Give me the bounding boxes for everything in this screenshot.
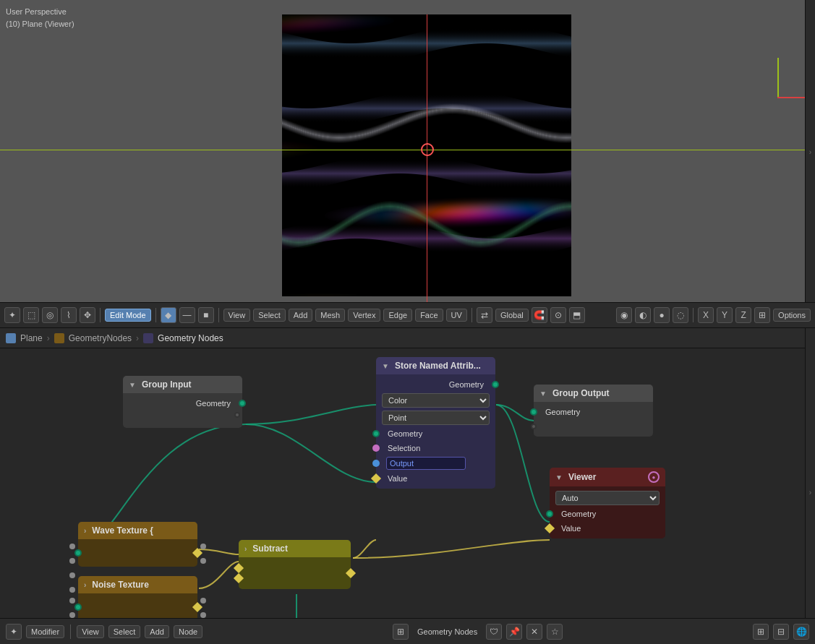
node-viewer: ▼ Viewer ● Auto Geometry bbox=[550, 468, 665, 538]
node-group-output: ▼ Group Output Geometry bbox=[534, 385, 653, 437]
noise-arrow[interactable]: › bbox=[84, 581, 86, 589]
breadcrumb-geometry-nodes[interactable]: Geometry Nodes bbox=[158, 333, 223, 343]
transform-icon[interactable]: ⇄ bbox=[477, 307, 492, 323]
proportional-icon[interactable]: ⊙ bbox=[550, 307, 566, 323]
global-dropdown[interactable]: Global bbox=[495, 309, 529, 322]
store-collapse-arrow[interactable]: ▼ bbox=[382, 362, 389, 370]
subtract-input1-socket[interactable] bbox=[234, 563, 244, 573]
grid-icon[interactable]: ⊞ bbox=[754, 307, 770, 323]
viewport-shading-1[interactable]: ◉ bbox=[616, 307, 632, 323]
wave-scroll-dot-right-1 bbox=[200, 544, 206, 549]
subtract-arrow[interactable]: › bbox=[244, 545, 247, 553]
store-named-point-select[interactable]: Point bbox=[382, 411, 490, 425]
mesh-menu[interactable]: Mesh bbox=[315, 309, 345, 322]
options-btn[interactable]: Options bbox=[773, 309, 811, 322]
noise-scroll-dot-right-2 bbox=[200, 612, 206, 618]
overlay-icon[interactable]: ⬒ bbox=[569, 307, 585, 323]
bottom-snap-icon[interactable]: ⊞ bbox=[753, 624, 769, 640]
store-named-selection-label: Selection bbox=[382, 444, 420, 452]
bottom-layout-icon[interactable]: ⊟ bbox=[773, 624, 789, 640]
viewport-shading-3[interactable]: ● bbox=[654, 307, 670, 323]
bottom-globe-icon[interactable]: 🌐 bbox=[793, 624, 809, 640]
view-menu[interactable]: View bbox=[223, 309, 251, 322]
bottom-bar: ✦ Modifier View Select Add Node ⊞ Geomet… bbox=[0, 618, 815, 644]
viewer-auto-row: Auto bbox=[550, 489, 665, 507]
wave-arrow[interactable]: › bbox=[84, 527, 86, 535]
node-group-output-title: Group Output bbox=[552, 388, 610, 398]
store-named-geo-out-row: Geometry bbox=[376, 377, 495, 392]
viewport: User Perspective (10) Plane (Viewer) › bbox=[0, 0, 815, 304]
vertex-select-btn[interactable]: ◆ bbox=[161, 307, 176, 323]
bottom-view-btn[interactable]: View bbox=[77, 625, 104, 638]
group-output-empty-row bbox=[534, 419, 653, 434]
viewer-geometry-socket[interactable] bbox=[546, 510, 553, 518]
vertex-menu[interactable]: Vertex bbox=[348, 309, 380, 322]
breadcrumb-plane[interactable]: Plane bbox=[20, 333, 43, 343]
wave-output-socket[interactable] bbox=[192, 548, 202, 558]
edge-select-btn[interactable]: — bbox=[179, 307, 195, 323]
group-output-geometry-in-socket[interactable] bbox=[530, 408, 537, 416]
group-input-geometry-socket[interactable] bbox=[239, 400, 246, 407]
bottom-tool-icon[interactable]: ✦ bbox=[6, 624, 22, 640]
store-named-color-select[interactable]: Color bbox=[382, 393, 490, 408]
z-axis-btn[interactable]: Z bbox=[735, 307, 751, 323]
y-axis-btn[interactable]: Y bbox=[717, 307, 733, 323]
bottom-editor-icon[interactable]: ⊞ bbox=[393, 624, 409, 640]
group-input-geometry-row: Geometry bbox=[123, 396, 242, 411]
viewer-value-row: Value bbox=[550, 521, 665, 536]
shield-icon[interactable]: 🛡 bbox=[486, 624, 502, 640]
wave-geometry-socket[interactable] bbox=[74, 549, 82, 557]
select-menu[interactable]: Select bbox=[253, 309, 286, 322]
bottom-select-btn[interactable]: Select bbox=[108, 625, 141, 638]
noise-geometry-socket[interactable] bbox=[74, 604, 82, 611]
tool-lasso-button[interactable]: ⌇ bbox=[61, 307, 77, 323]
snap-magnet-icon[interactable]: 🧲 bbox=[532, 307, 547, 323]
group-output-geometry-label: Geometry bbox=[539, 408, 580, 416]
store-named-geometry-out-socket[interactable] bbox=[492, 381, 499, 388]
edge-menu[interactable]: Edge bbox=[383, 309, 412, 322]
node-subtract-title: Subtract bbox=[252, 544, 288, 554]
toolbar-separator-4 bbox=[471, 308, 472, 322]
face-select-btn[interactable]: ■ bbox=[198, 307, 214, 323]
store-named-value-socket[interactable] bbox=[371, 473, 381, 484]
viewport-shading-2[interactable]: ◐ bbox=[635, 307, 651, 323]
tool-circle-button[interactable]: ◎ bbox=[42, 307, 58, 323]
geometry-nodes-label: Geometry Nodes bbox=[413, 626, 482, 637]
subtract-output-socket[interactable] bbox=[346, 568, 356, 578]
breadcrumb-geonodes[interactable]: GeometryNodes bbox=[69, 333, 132, 343]
node-canvas: ▼ Group Input Geometry ▼ Store Named Att… bbox=[0, 348, 805, 618]
node-subtract: › Subtract bbox=[239, 540, 351, 589]
tool-box-button[interactable]: ⬚ bbox=[23, 307, 39, 323]
face-menu[interactable]: Face bbox=[415, 309, 443, 322]
toolbar-separator-3 bbox=[218, 308, 219, 322]
star-icon[interactable]: ☆ bbox=[547, 624, 563, 640]
modifier-dropdown[interactable]: Modifier bbox=[26, 625, 64, 638]
editor-collapse-button[interactable]: › bbox=[805, 328, 815, 618]
tool-select-button[interactable]: ✦ bbox=[4, 307, 20, 323]
store-named-geometry-in-socket[interactable] bbox=[372, 430, 380, 437]
viewport-collapse-button[interactable]: › bbox=[805, 0, 815, 304]
geonodes2-icon bbox=[143, 333, 153, 343]
store-named-output-socket[interactable] bbox=[372, 460, 380, 467]
viewer-arrow[interactable]: ▼ bbox=[555, 473, 563, 481]
edit-mode-dropdown[interactable]: Edit Mode bbox=[105, 309, 151, 322]
tool-move-button[interactable]: ✥ bbox=[80, 307, 95, 323]
store-named-output-input[interactable] bbox=[386, 457, 466, 470]
uv-menu[interactable]: UV bbox=[446, 309, 467, 322]
collapse-arrow[interactable]: ▼ bbox=[129, 381, 136, 389]
noise-output-socket[interactable] bbox=[192, 602, 202, 612]
viewer-auto-select[interactable]: Auto bbox=[555, 491, 660, 505]
bottom-close-icon[interactable]: ✕ bbox=[526, 624, 542, 640]
subtract-input2-socket[interactable] bbox=[234, 573, 244, 583]
viewport-shading-4[interactable]: ◌ bbox=[673, 307, 688, 323]
bottom-add-btn[interactable]: Add bbox=[145, 625, 169, 638]
horizontal-line bbox=[0, 150, 815, 150]
group-output-arrow[interactable]: ▼ bbox=[539, 390, 547, 398]
add-menu[interactable]: Add bbox=[289, 309, 313, 322]
viewer-eye-icon[interactable]: ● bbox=[648, 471, 660, 483]
store-named-selection-socket[interactable] bbox=[372, 445, 380, 452]
viewer-value-socket[interactable] bbox=[545, 523, 555, 533]
pin-icon[interactable]: 📌 bbox=[506, 624, 522, 640]
x-axis-btn[interactable]: X bbox=[698, 307, 714, 323]
bottom-node-btn[interactable]: Node bbox=[174, 625, 202, 638]
